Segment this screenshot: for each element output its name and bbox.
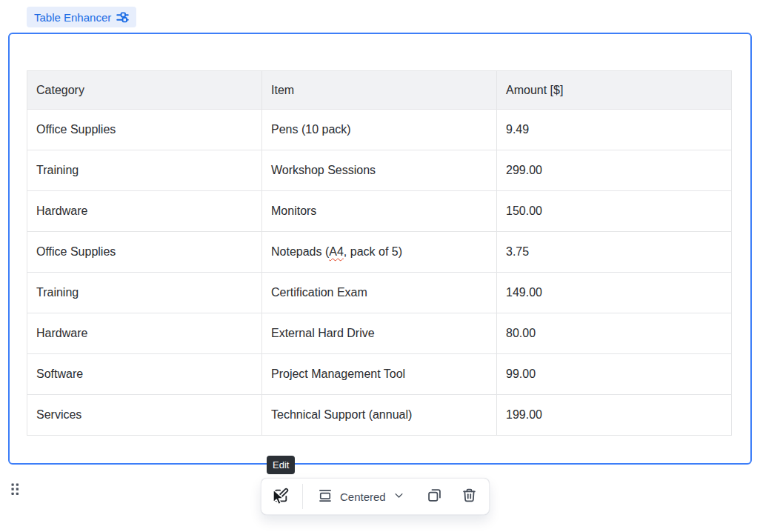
cell-item: Technical Support (annual) <box>262 395 497 436</box>
cell-amount: 9.49 <box>497 110 732 150</box>
column-header-item: Item <box>262 71 497 110</box>
cell-category: Hardware <box>27 191 262 232</box>
table-row: Office Supplies Notepads (A4, pack of 5)… <box>27 232 732 273</box>
data-table: Category Item Amount [$] Office Supplies… <box>27 70 732 436</box>
column-header-category: Category <box>27 71 262 110</box>
macro-badge-label: Table Enhancer <box>34 11 111 24</box>
floating-toolbar: Centered <box>261 478 490 515</box>
table-row: Training Workshop Sessions 299.00 <box>27 150 732 191</box>
table-row: Hardware Monitors 150.00 <box>27 191 732 232</box>
misspelled-word: A4 <box>329 245 344 258</box>
edit-tooltip: Edit <box>267 456 295 474</box>
table-header-row: Category Item Amount [$] <box>27 71 732 110</box>
cell-category: Training <box>27 150 262 191</box>
column-header-amount: Amount [$] <box>497 71 732 110</box>
cell-amount: 150.00 <box>497 191 732 232</box>
macro-badge[interactable]: Table Enhancer <box>27 7 136 27</box>
cell-amount: 99.00 <box>497 354 732 395</box>
cell-item: Notepads (A4, pack of 5) <box>262 232 497 273</box>
cell-item: Monitors <box>262 191 497 232</box>
table-row: Office Supplies Pens (10 pack) 9.49 <box>27 110 732 150</box>
cell-amount: 3.75 <box>497 232 732 273</box>
delete-button[interactable] <box>461 488 477 505</box>
toolbar-divider <box>302 484 303 509</box>
edit-tooltip-label: Edit <box>273 459 289 471</box>
cell-amount: 80.00 <box>497 313 732 354</box>
edit-pencil-icon <box>273 488 289 506</box>
cell-item: Workshop Sessions <box>262 150 497 191</box>
trash-icon <box>461 488 477 505</box>
chevron-down-icon <box>393 490 404 503</box>
table-row: Software Project Management Tool 99.00 <box>27 354 732 395</box>
table-row: Services Technical Support (annual) 199.… <box>27 395 732 436</box>
item-text: , pack of 5) <box>344 245 402 258</box>
alignment-dropdown[interactable]: Centered <box>312 482 410 511</box>
copy-icon <box>427 488 442 505</box>
cell-category: Software <box>27 354 262 395</box>
cell-category: Training <box>27 273 262 313</box>
cell-amount: 299.00 <box>497 150 732 191</box>
table-enhancer-macro[interactable]: Category Item Amount [$] Office Supplies… <box>8 33 752 465</box>
cell-item: Project Management Tool <box>262 354 497 395</box>
cell-category: Hardware <box>27 313 262 354</box>
edit-button[interactable] <box>265 482 296 511</box>
table-row: Training Certification Exam 149.00 <box>27 273 732 313</box>
cell-item: External Hard Drive <box>262 313 497 354</box>
cell-item: Certification Exam <box>262 273 497 313</box>
copy-button[interactable] <box>427 488 442 505</box>
cell-item: Pens (10 pack) <box>262 110 497 150</box>
alignment-dropdown-label: Centered <box>339 491 387 503</box>
sliders-icon <box>116 12 129 23</box>
item-text: Notepads ( <box>271 245 329 258</box>
cell-category: Office Supplies <box>27 232 262 273</box>
editor-page: Table Enhancer Category Item Amount [$] <box>0 0 760 532</box>
cell-category: Office Supplies <box>27 110 262 150</box>
align-center-icon <box>318 488 333 505</box>
cell-category: Services <box>27 395 262 436</box>
drag-handle-icon[interactable] <box>11 483 19 499</box>
table-row: Hardware External Hard Drive 80.00 <box>27 313 732 354</box>
cell-amount: 149.00 <box>497 273 732 313</box>
cell-amount: 199.00 <box>497 395 732 436</box>
